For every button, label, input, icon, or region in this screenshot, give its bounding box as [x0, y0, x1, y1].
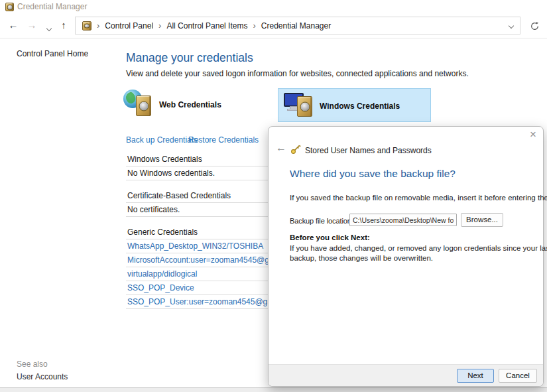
sidebar-item-control-panel-home[interactable]: Control Panel Home — [17, 49, 88, 58]
breadcrumb-separator-icon: › — [158, 21, 161, 30]
page-title: Manage your credentials — [126, 51, 253, 65]
credential-manager-window: Credential Manager ← → ↑ › Control Panel… — [0, 0, 547, 392]
key-icon — [290, 144, 301, 155]
navigation-bar: ← → ↑ › Control Panel › All Control Pane… — [0, 13, 547, 38]
breadcrumb-all-control-panel-items[interactable]: All Control Panel Items — [166, 21, 247, 31]
web-credentials-label: Web Credentials — [159, 100, 221, 109]
forward-icon[interactable]: → — [24, 17, 40, 33]
restore-credentials-link[interactable]: Restore Credentials — [188, 135, 259, 145]
backup-location-label: Backup file location: — [290, 217, 353, 225]
cancel-button[interactable]: Cancel — [499, 369, 537, 383]
address-dropdown-chevron-icon[interactable] — [509, 23, 514, 28]
location-icon — [82, 21, 91, 31]
address-bar[interactable]: › Control Panel › All Control Panel Item… — [75, 17, 520, 34]
web-credentials-button[interactable]: Web Credentials — [122, 88, 272, 121]
refresh-icon[interactable] — [530, 21, 540, 31]
dialog-footer: Next Cancel — [269, 364, 543, 386]
dialog-title: Stored User Names and Passwords — [305, 146, 432, 155]
vault-icon — [297, 96, 312, 117]
breadcrumb-separator-icon: › — [97, 21, 99, 30]
dialog-instruction: If you saved the backup file on removabl… — [290, 193, 547, 203]
browse-button[interactable]: Browse... — [461, 213, 503, 227]
sidebar-item-user-accounts[interactable]: User Accounts — [17, 372, 68, 381]
dialog-heading: Where did you save the backup file? — [290, 168, 456, 180]
stored-user-names-dialog: × ← Stored User Names and Passwords Wher… — [268, 126, 544, 387]
title-bar: Credential Manager — [0, 0, 547, 13]
close-icon[interactable]: × — [530, 129, 536, 140]
warning-title: Before you click Next: — [290, 233, 370, 241]
window-bottom-edge — [0, 387, 547, 392]
recent-locations-chevron-icon[interactable] — [41, 19, 57, 35]
warning-text: If you have added, changed, or removed a… — [290, 243, 547, 263]
breadcrumb-control-panel[interactable]: Control Panel — [105, 21, 153, 31]
windows-credentials-button[interactable]: Windows Credentials — [278, 88, 431, 122]
up-icon[interactable]: ↑ — [56, 17, 72, 33]
app-icon — [5, 3, 14, 11]
window-title: Credential Manager — [17, 2, 87, 11]
vault-icon — [136, 96, 151, 116]
backup-location-input[interactable] — [349, 214, 457, 226]
next-button[interactable]: Next — [457, 369, 494, 383]
page-description: View and delete your saved logon informa… — [126, 69, 469, 78]
dialog-back-icon[interactable]: ← — [276, 143, 286, 153]
back-up-credentials-link[interactable]: Back up Credentials — [126, 135, 197, 145]
back-icon[interactable]: ← — [5, 17, 21, 33]
breadcrumb-separator-icon: › — [253, 21, 255, 30]
see-also-label: See also — [17, 359, 48, 369]
breadcrumb-credential-manager[interactable]: Credential Manager — [261, 21, 331, 31]
windows-credentials-label: Windows Credentials — [320, 101, 400, 111]
